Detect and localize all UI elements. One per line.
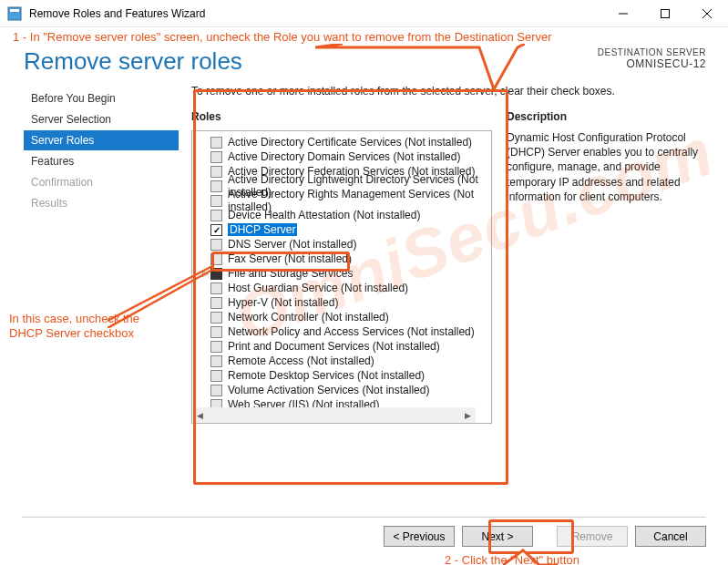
description-text: Dynamic Host Configuration Protocol (DHC…: [507, 130, 706, 204]
checkbox[interactable]: [210, 253, 222, 265]
destination-name: OMNISECU-12: [598, 57, 706, 70]
role-row[interactable]: Network Controller (Not installed): [198, 310, 491, 324]
nav-server-roles[interactable]: Server Roles: [24, 130, 179, 150]
annotation-top: 1 - In "Remove server roles" screen, unc…: [13, 30, 552, 44]
annotation-left: In this case, uncheck the DHCP Server ch…: [9, 312, 164, 342]
remove-button: Remove: [557, 526, 628, 547]
role-row[interactable]: Host Guardian Service (Not installed): [198, 281, 491, 295]
role-file-storage[interactable]: ▷File and Storage Services: [198, 266, 491, 281]
checkbox[interactable]: [210, 166, 222, 178]
role-row[interactable]: Remote Access (Not installed): [198, 354, 491, 368]
nav-results: Results: [24, 193, 179, 213]
checkbox[interactable]: [210, 195, 222, 207]
checkbox[interactable]: [210, 385, 222, 396]
role-row[interactable]: Hyper-V (Not installed): [198, 295, 491, 310]
role-row[interactable]: Active Directory Rights Management Servi…: [198, 193, 491, 208]
role-row[interactable]: Volume Activation Services (Not installe…: [198, 383, 491, 397]
roles-listbox[interactable]: Active Directory Certificate Services (N…: [191, 130, 492, 424]
svg-rect-3: [661, 9, 670, 17]
maximize-button[interactable]: [644, 0, 686, 27]
window-title: Remove Roles and Features Wizard: [29, 7, 602, 20]
nav-server-selection[interactable]: Server Selection: [24, 109, 179, 129]
checkbox[interactable]: [210, 210, 222, 221]
checkbox-dhcp[interactable]: [210, 224, 222, 236]
titlebar: Remove Roles and Features Wizard: [0, 0, 728, 27]
minimize-button[interactable]: [602, 0, 644, 27]
checkbox[interactable]: [210, 137, 222, 149]
nav-confirmation: Confirmation: [24, 172, 179, 192]
app-icon: [7, 6, 22, 21]
checkbox[interactable]: [210, 239, 222, 251]
next-button[interactable]: Next >: [462, 526, 533, 547]
scroll-left-icon[interactable]: ◀: [192, 407, 208, 423]
wizard-nav: Before You Begin Server Selection Server…: [24, 85, 179, 424]
horizontal-scrollbar[interactable]: ◀ ▶: [192, 407, 476, 423]
checkbox[interactable]: [210, 151, 222, 163]
close-button[interactable]: [686, 0, 728, 27]
checkbox[interactable]: [210, 370, 222, 382]
cancel-button[interactable]: Cancel: [635, 526, 706, 547]
checkbox[interactable]: [210, 355, 222, 367]
svg-rect-1: [10, 9, 19, 12]
nav-features[interactable]: Features: [24, 151, 179, 171]
role-row[interactable]: Network Policy and Access Services (Not …: [198, 324, 491, 339]
role-row[interactable]: Fax Server (Not installed): [198, 252, 491, 266]
description-heading: Description: [507, 110, 706, 123]
destination-label: DESTINATION SERVER: [598, 47, 706, 57]
role-row[interactable]: Active Directory Certificate Services (N…: [198, 135, 491, 149]
role-row[interactable]: Active Directory Domain Services (Not in…: [198, 149, 491, 164]
button-row: < Previous Next > Remove Cancel: [384, 526, 706, 547]
role-row[interactable]: DNS Server (Not installed): [198, 237, 491, 252]
checkbox[interactable]: [210, 341, 222, 353]
role-row[interactable]: Remote Desktop Services (Not installed): [198, 368, 491, 383]
destination-server: DESTINATION SERVER OMNISECU-12: [598, 47, 706, 70]
scroll-right-icon[interactable]: ▶: [460, 407, 476, 423]
roles-heading: Roles: [191, 110, 492, 123]
role-row[interactable]: Print and Document Services (Not install…: [198, 339, 491, 354]
annotation-bottom: 2 - Click the "Next" button: [445, 553, 579, 565]
callout-top: [315, 44, 525, 95]
role-dhcp-server[interactable]: DHCP Server: [198, 222, 491, 237]
separator: [22, 517, 706, 518]
nav-before-you-begin[interactable]: Before You Begin: [24, 88, 179, 108]
previous-button[interactable]: < Previous: [384, 526, 455, 547]
checkbox[interactable]: [210, 180, 222, 192]
